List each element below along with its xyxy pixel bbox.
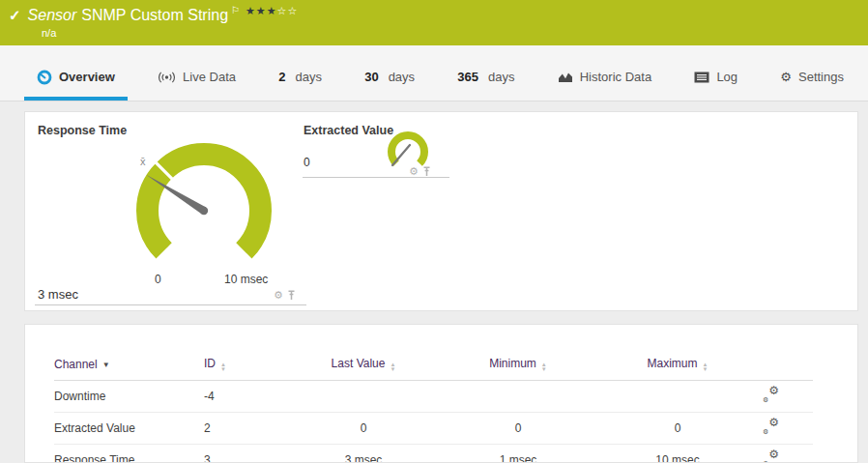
column-header-last-value[interactable]: Last Value▲▼	[291, 352, 436, 381]
tab-365-days[interactable]: 365 days	[445, 57, 527, 101]
tab-label: Settings	[798, 70, 844, 84]
tab-30-days[interactable]: 30 days	[352, 57, 427, 101]
live-data-icon	[158, 71, 176, 84]
tab-live-data[interactable]: Live Data	[145, 57, 248, 101]
gauge-tools: ⚙	[274, 290, 296, 301]
gauge-scale-max: 10 msec	[224, 273, 268, 286]
gauge-scale-min: 0	[155, 273, 161, 286]
tab-day-count: 365	[457, 70, 478, 84]
column-header-channel[interactable]: Channel▼	[54, 352, 204, 381]
sort-icon: ▲▼	[703, 362, 709, 372]
sort-icon: ▲▼	[220, 362, 226, 372]
sensor-type-label: Sensor	[28, 7, 77, 23]
sort-icon: ▲▼	[541, 362, 547, 372]
channel-name: Extracted Value	[54, 413, 204, 445]
table-row[interactable]: Downtime -4 ⚙⚙	[54, 381, 813, 413]
stars-empty: ☆☆	[277, 5, 299, 16]
column-header-actions	[755, 352, 813, 381]
channel-name: Downtime	[54, 381, 204, 413]
sort-icon: ▲▼	[390, 362, 395, 372]
sensor-status-text: n/a	[42, 27, 868, 39]
channel-id: 2	[204, 413, 291, 445]
channel-minimum	[436, 381, 600, 413]
tab-label: days	[295, 70, 321, 84]
tab-label: Overview	[59, 70, 115, 84]
pin-icon[interactable]	[287, 290, 296, 301]
tab-label: days	[488, 70, 514, 84]
log-icon	[694, 72, 709, 83]
column-header-minimum[interactable]: Minimum▲▼	[436, 352, 600, 381]
gear-icon[interactable]: ⚙	[274, 290, 283, 301]
tab-day-count: 30	[364, 70, 378, 84]
gauge-mean-marker: x̄	[140, 156, 146, 167]
column-header-maximum[interactable]: Maximum▲▼	[600, 352, 755, 381]
channel-settings-icon[interactable]: ⚙⚙	[763, 388, 779, 402]
column-label: Maximum	[648, 357, 698, 370]
tab-bar: Overview Live Data 2 days 30 days 365 da…	[0, 45, 868, 101]
tab-day-count: 2	[278, 70, 285, 84]
table-row[interactable]: Response Time 3 3 msec 1 msec 10 msec ⚙⚙	[54, 445, 813, 463]
column-label: ID	[204, 357, 216, 370]
tab-overview[interactable]: Overview	[24, 57, 128, 101]
column-label: Minimum	[489, 357, 536, 370]
column-header-id[interactable]: ID▲▼	[204, 352, 291, 381]
gear-icon: ⚙	[780, 71, 792, 83]
channel-last-value	[291, 381, 436, 413]
channel-id: 3	[204, 445, 291, 463]
tab-historic-data[interactable]: Historic Data	[545, 57, 664, 101]
channel-settings-icon[interactable]: ⚙⚙	[763, 451, 779, 463]
sort-desc-icon: ▼	[102, 361, 110, 369]
channel-minimum: 0	[436, 413, 600, 445]
response-time-current-value: 3 msec	[38, 287, 78, 302]
table-row[interactable]: Extracted Value 2 0 0 0 ⚙⚙	[54, 413, 813, 445]
gauges-panel: Response Time x̄ 0 10 msec 3 msec ⚙ Extr…	[24, 111, 858, 311]
priority-stars[interactable]: ★★★☆☆	[246, 6, 298, 16]
stars-filled: ★★★	[246, 5, 277, 16]
channel-minimum: 1 msec	[436, 445, 600, 463]
gauge-icon	[37, 70, 52, 85]
area-chart-icon	[558, 71, 573, 83]
prtg-sensor-page: ✓ SensorSNMP Custom String ⚐ ★★★☆☆ n/a O…	[0, 0, 868, 463]
gauge-tools: ⚙	[409, 166, 431, 177]
table-header-row: Channel▼ ID▲▼ Last Value▲▼ Minimum▲▼ Max	[54, 352, 813, 381]
channel-maximum	[600, 381, 755, 413]
channels-table: Channel▼ ID▲▼ Last Value▲▼ Minimum▲▼ Max	[54, 352, 813, 463]
gauge-divider	[35, 304, 306, 305]
channel-settings-icon[interactable]: ⚙⚙	[763, 420, 779, 434]
tab-2-days[interactable]: 2 days	[266, 57, 334, 101]
channel-maximum: 10 msec	[600, 445, 755, 463]
flag-icon[interactable]: ⚐	[231, 6, 240, 15]
gauge-divider	[303, 177, 449, 178]
tab-label: Live Data	[183, 70, 236, 84]
channel-id: -4	[204, 381, 291, 413]
channels-panel: Channel▼ ID▲▼ Last Value▲▼ Minimum▲▼ Max	[24, 324, 858, 463]
pin-icon[interactable]	[422, 166, 431, 177]
sensor-name: SNMP Custom String	[81, 7, 228, 23]
response-time-gauge-title: Response Time	[38, 124, 127, 137]
channel-last-value: 0	[291, 413, 436, 445]
tab-label: Log	[716, 70, 738, 84]
channel-name: Response Time	[54, 445, 204, 463]
response-time-gauge	[107, 141, 301, 286]
channel-last-value: 3 msec	[291, 445, 436, 463]
overview-content: Response Time x̄ 0 10 msec 3 msec ⚙ Extr…	[0, 101, 868, 463]
tab-label: Historic Data	[580, 70, 651, 84]
column-label: Channel	[54, 358, 98, 371]
tab-label: days	[389, 70, 415, 84]
status-ok-icon: ✓	[9, 6, 21, 24]
sensor-status-banner: ✓ SensorSNMP Custom String ⚐ ★★★☆☆ n/a	[0, 0, 868, 45]
gear-icon[interactable]: ⚙	[409, 166, 419, 177]
column-label: Last Value	[332, 357, 386, 370]
tab-log[interactable]: Log	[681, 57, 750, 101]
extracted-value-current-value: 0	[304, 156, 310, 169]
extracted-value-gauge-title: Extracted Value	[304, 124, 393, 137]
channel-maximum: 0	[600, 413, 755, 445]
page-title: SensorSNMP Custom String	[28, 6, 228, 24]
tab-settings[interactable]: ⚙ Settings	[767, 57, 856, 101]
